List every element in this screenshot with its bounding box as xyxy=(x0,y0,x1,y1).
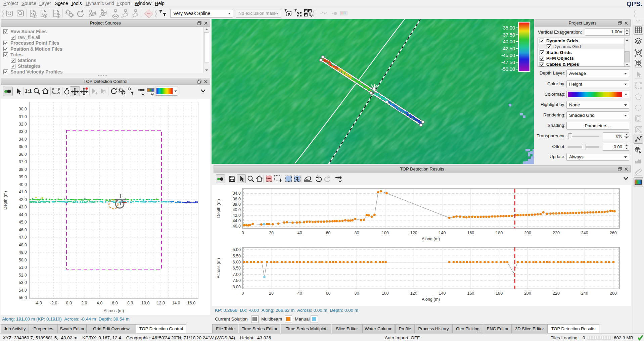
svg-text:80: 80 xyxy=(354,231,359,235)
svg-text:260: 260 xyxy=(610,291,617,296)
svg-text:100: 100 xyxy=(382,291,389,296)
svg-text:100: 100 xyxy=(382,231,389,235)
svg-text:36.0: 36.0 xyxy=(233,197,241,201)
svg-text:20: 20 xyxy=(269,291,274,296)
svg-text:200: 200 xyxy=(524,231,531,235)
svg-text:60: 60 xyxy=(326,291,331,296)
svg-text:6.00: 6.00 xyxy=(233,260,241,264)
svg-text:0: 0 xyxy=(242,231,244,235)
svg-text:Across (m): Across (m) xyxy=(216,258,221,278)
svg-text:180: 180 xyxy=(496,231,503,235)
svg-text:6.50: 6.50 xyxy=(233,266,241,271)
svg-text:40: 40 xyxy=(297,231,302,235)
svg-text:40.0: 40.0 xyxy=(233,207,241,212)
svg-text:42.0: 42.0 xyxy=(233,213,241,218)
svg-text:80: 80 xyxy=(354,291,359,296)
svg-text:Along (m): Along (m) xyxy=(422,297,440,302)
svg-text:140: 140 xyxy=(439,231,446,235)
svg-text:20: 20 xyxy=(269,231,274,235)
svg-text:0: 0 xyxy=(242,291,244,296)
svg-text:120: 120 xyxy=(410,231,417,235)
svg-text:60: 60 xyxy=(326,231,331,235)
svg-text:38.0: 38.0 xyxy=(233,202,241,207)
svg-text:Depth (m): Depth (m) xyxy=(216,199,221,218)
svg-text:Along (m): Along (m) xyxy=(422,237,440,241)
svg-text:44.0: 44.0 xyxy=(233,218,241,223)
svg-text:240: 240 xyxy=(581,231,588,235)
svg-text:7.50: 7.50 xyxy=(233,278,241,283)
svg-text:260: 260 xyxy=(610,231,617,235)
svg-text:140: 140 xyxy=(439,291,446,296)
svg-text:46.0: 46.0 xyxy=(233,224,241,229)
svg-text:180: 180 xyxy=(496,291,503,296)
svg-text:160: 160 xyxy=(467,291,474,296)
svg-text:220: 220 xyxy=(553,291,560,296)
svg-text:8.00: 8.00 xyxy=(233,285,241,289)
svg-text:5.50: 5.50 xyxy=(233,254,241,258)
svg-text:120: 120 xyxy=(410,291,417,296)
svg-text:34.0: 34.0 xyxy=(233,191,241,196)
svg-text:160: 160 xyxy=(467,231,474,235)
svg-text:40: 40 xyxy=(297,291,302,296)
svg-text:240: 240 xyxy=(581,291,588,296)
svg-text:200: 200 xyxy=(524,291,531,296)
svg-text:7.00: 7.00 xyxy=(233,272,241,277)
svg-text:220: 220 xyxy=(553,231,560,235)
svg-text:5.00: 5.00 xyxy=(233,247,241,252)
